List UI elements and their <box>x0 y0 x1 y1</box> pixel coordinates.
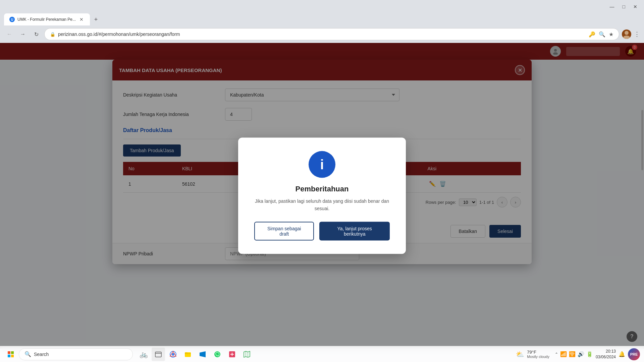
close-button[interactable]: ✕ <box>631 3 640 11</box>
taskbar-app-maps[interactable] <box>240 348 254 361</box>
title-bar: ― □ ✕ <box>0 0 644 13</box>
taskbar-apps: 🚲 <box>137 348 254 361</box>
alert-icon: i <box>309 151 335 178</box>
tab-bar: U UMK - Formulir Perekaman Pe... ✕ + <box>0 13 644 25</box>
taskbar: 🔍 Search 🚲 <box>0 346 644 362</box>
search-icon[interactable]: 🔍 <box>599 31 605 38</box>
save-draft-button[interactable]: Simpan sebagai draft <box>254 222 314 240</box>
svg-point-1 <box>623 36 630 39</box>
forward-button[interactable]: → <box>17 29 28 40</box>
browser-menu-icon[interactable]: ⋮ <box>634 31 640 38</box>
weather-temp: 79°F <box>527 350 549 355</box>
url-text: perizinan.oss.go.id/#/permohonan/umk/per… <box>58 32 180 37</box>
taskbar-app-vscode[interactable] <box>196 348 209 361</box>
security-icon: 🔒 <box>50 32 55 37</box>
tab-title: UMK - Formulir Perekaman Pe... <box>17 17 76 22</box>
maximize-button[interactable]: □ <box>620 3 628 11</box>
window-controls: ― □ ✕ <box>607 3 640 11</box>
taskbar-app-bike[interactable]: 🚲 <box>137 348 150 361</box>
alert-message: Jika lanjut, pastikan lagi seluruh data … <box>254 197 390 213</box>
taskbar-search-icon: 🔍 <box>24 351 31 357</box>
taskbar-app-chrome[interactable] <box>166 348 180 361</box>
svg-rect-5 <box>11 351 14 354</box>
taskbar-app-whatsapp[interactable] <box>211 348 224 361</box>
new-tab-button[interactable]: + <box>91 15 101 24</box>
svg-rect-8 <box>155 352 161 357</box>
svg-point-0 <box>625 31 629 35</box>
tab-close-button[interactable]: ✕ <box>78 16 85 22</box>
back-button[interactable]: ← <box>4 29 15 40</box>
taskbar-search-bar[interactable]: 🔍 Search <box>19 348 133 360</box>
weather-icon: ⛅ <box>516 350 524 358</box>
language-indicator[interactable]: PRE <box>628 348 640 360</box>
url-bar[interactable]: 🔒 perizinan.oss.go.id/#/permohonan/umk/p… <box>44 28 619 40</box>
date-display: 03/06/2024 <box>596 354 616 360</box>
taskbar-time[interactable]: 20:13 03/06/2024 <box>596 349 616 360</box>
svg-rect-11 <box>185 352 191 357</box>
bookmark-icon[interactable]: ★ <box>609 31 613 38</box>
svg-marker-14 <box>244 351 250 357</box>
info-icon: i <box>320 157 324 172</box>
taskbar-app-snip[interactable] <box>225 348 239 361</box>
svg-rect-7 <box>11 355 14 357</box>
svg-rect-4 <box>8 351 10 354</box>
taskbar-app-files[interactable] <box>152 348 165 361</box>
start-button[interactable] <box>4 348 17 361</box>
notification-center-icon[interactable]: 🔔 <box>619 351 625 357</box>
alert-overlay: i Pemberitahuan Jika lanjut, pastikan la… <box>0 43 644 349</box>
address-bar: ← → ↻ 🔒 perizinan.oss.go.id/#/permohonan… <box>0 25 644 43</box>
volume-icon[interactable]: 🔊 <box>578 351 584 357</box>
alert-title: Pemberitahuan <box>254 185 390 193</box>
minimize-button[interactable]: ― <box>607 3 617 11</box>
reload-button[interactable]: ↻ <box>31 29 42 40</box>
alert-modal: i Pemberitahuan Jika lanjut, pastikan la… <box>238 138 406 254</box>
svg-rect-6 <box>8 355 10 357</box>
battery-icon[interactable]: 🔋 <box>586 351 593 357</box>
taskbar-weather: ⛅ 79°F Mostly cloudy <box>516 350 549 359</box>
browser-chrome: ― □ ✕ U UMK - Formulir Perekaman Pe... ✕… <box>0 0 644 43</box>
profile-avatar[interactable] <box>622 29 631 39</box>
weather-desc: Mostly cloudy <box>527 355 549 359</box>
network-icon[interactable]: 📶 <box>560 351 567 357</box>
weather-info: 79°F Mostly cloudy <box>527 350 549 359</box>
system-tray: ⌃ 📶 🛜 🔊 🔋 <box>555 351 593 357</box>
taskbar-app-explorer[interactable] <box>181 348 195 361</box>
password-icon[interactable]: 🔑 <box>589 31 595 38</box>
chevron-up-icon[interactable]: ⌃ <box>555 352 558 357</box>
tab-favicon: U <box>9 17 15 22</box>
svg-point-10 <box>172 353 174 356</box>
taskbar-right: ⛅ 79°F Mostly cloudy ⌃ 📶 🛜 🔊 🔋 20:13 03/… <box>516 348 640 360</box>
proceed-button[interactable]: Ya, lanjut proses berikutnya <box>319 222 390 240</box>
url-bar-icons: 🔑 🔍 ★ <box>589 31 613 38</box>
wifi-icon[interactable]: 🛜 <box>569 351 576 357</box>
active-tab[interactable]: U UMK - Formulir Perekaman Pe... ✕ <box>4 13 90 25</box>
taskbar-search-text: Search <box>34 352 49 357</box>
alert-buttons: Simpan sebagai draft Ya, lanjut proses b… <box>254 222 390 240</box>
page-content: 🔔 0 TAMBAH DATA USAHA (PERSEORANGAN) ✕ D… <box>0 43 644 349</box>
time-display: 20:13 <box>596 349 616 354</box>
